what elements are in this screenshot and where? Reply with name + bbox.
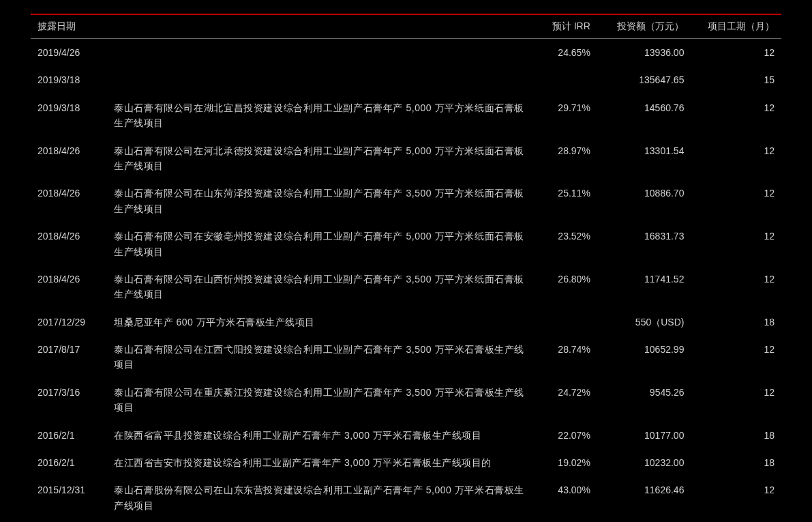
table-row: 2015/12/3144.00%8657.6412 — [31, 519, 781, 522]
cell-desc — [107, 66, 531, 93]
cell-irr: 24.72% — [531, 379, 597, 422]
table-row: 2018/4/26泰山石膏有限公司在安徽亳州投资建设综合利用工业副产石膏年产 5… — [31, 222, 781, 265]
table-row: 2018/4/26泰山石膏有限公司在河北承德投资建设综合利用工业副产石膏年产 5… — [31, 137, 781, 180]
table-header-row: 披露日期 预计 IRR 投资额（万元） 项目工期（月） — [31, 15, 781, 39]
cell-investment: 135647.65 — [597, 66, 691, 93]
cell-irr: 28.97% — [531, 137, 597, 180]
cell-date: 2015/12/31 — [31, 476, 107, 519]
table-row: 2015/12/31泰山石膏股份有限公司在山东东营投资建设综合利用工业副产石膏年… — [31, 476, 781, 519]
cell-investment: 13936.00 — [597, 39, 691, 67]
cell-desc: 泰山石膏有限公司在湖北宜昌投资建设综合利用工业副产石膏年产 5,000 万平方米… — [107, 94, 531, 137]
cell-desc: 泰山石膏有限公司在山东菏泽投资建设综合利用工业副产石膏年产 3,500 万平方米… — [107, 179, 531, 222]
table-body: 2019/4/2624.65%13936.00122019/3/18135647… — [31, 39, 781, 523]
cell-investment: 10652.99 — [597, 336, 691, 379]
cell-investment: 10177.00 — [597, 422, 691, 449]
cell-desc: 泰山石膏有限公司在江西弋阳投资建设综合利用工业副产石膏年产 3,500 万平米石… — [107, 336, 531, 379]
projects-table: 披露日期 预计 IRR 投资额（万元） 项目工期（月） 2019/4/2624.… — [31, 15, 781, 522]
cell-investment: 16831.73 — [597, 222, 691, 265]
cell-duration: 15 — [691, 66, 781, 93]
cell-desc: 泰山石膏有限公司在山西忻州投资建设综合利用工业副产石膏年产 3,500 万平方米… — [107, 265, 531, 308]
cell-investment: 10232.00 — [597, 449, 691, 476]
cell-irr: 22.07% — [531, 422, 597, 449]
cell-irr: 28.74% — [531, 336, 597, 379]
cell-investment: 550（USD) — [597, 308, 691, 336]
cell-irr: 26.80% — [531, 265, 597, 308]
header-desc — [107, 15, 531, 39]
table-row: 2016/2/1在江西省吉安市投资建设综合利用工业副产石膏年产 3,000 万平… — [31, 449, 781, 476]
cell-duration: 12 — [691, 265, 781, 308]
cell-desc: 泰山石膏股份有限公司在山东东营投资建设综合利用工业副产石膏年产 5,000 万平… — [107, 476, 531, 519]
table-row: 2017/12/29坦桑尼亚年产 600 万平方米石膏板生产线项目550（USD… — [31, 308, 781, 336]
cell-desc: 在陕西省富平县投资建设综合利用工业副产石膏年产 3,000 万平米石膏板生产线项… — [107, 422, 531, 449]
cell-irr — [531, 66, 597, 93]
table-row: 2017/8/17泰山石膏有限公司在江西弋阳投资建设综合利用工业副产石膏年产 3… — [31, 336, 781, 379]
cell-irr: 44.00% — [531, 519, 597, 522]
cell-investment: 13301.54 — [597, 137, 691, 180]
cell-irr: 24.65% — [531, 39, 597, 67]
cell-investment: 10886.70 — [597, 179, 691, 222]
table-row: 2018/4/26泰山石膏有限公司在山东菏泽投资建设综合利用工业副产石膏年产 3… — [31, 179, 781, 222]
cell-duration: 18 — [691, 422, 781, 449]
cell-irr — [531, 308, 597, 336]
cell-desc: 泰山石膏有限公司在安徽亳州投资建设综合利用工业副产石膏年产 5,000 万平方米… — [107, 222, 531, 265]
cell-date: 2018/4/26 — [31, 137, 107, 180]
table-row: 2017/3/16泰山石膏有限公司在重庆綦江投资建设综合利用工业副产石膏年产 3… — [31, 379, 781, 422]
cell-duration: 12 — [691, 39, 781, 67]
cell-irr: 19.02% — [531, 449, 597, 476]
cell-date: 2017/3/16 — [31, 379, 107, 422]
table-row: 2019/3/18泰山石膏有限公司在湖北宜昌投资建设综合利用工业副产石膏年产 5… — [31, 94, 781, 137]
header-date: 披露日期 — [31, 15, 107, 39]
cell-investment: 9545.26 — [597, 379, 691, 422]
cell-investment: 8657.64 — [597, 519, 691, 522]
cell-duration: 12 — [691, 137, 781, 180]
cell-irr: 29.71% — [531, 94, 597, 137]
cell-duration: 18 — [691, 308, 781, 336]
cell-investment: 14560.76 — [597, 94, 691, 137]
cell-irr: 23.52% — [531, 222, 597, 265]
cell-desc — [107, 39, 531, 67]
cell-irr: 43.00% — [531, 476, 597, 519]
table-row: 2016/2/1在陕西省富平县投资建设综合利用工业副产石膏年产 3,000 万平… — [31, 422, 781, 449]
cell-duration: 12 — [691, 519, 781, 522]
table-row: 2019/3/18135647.6515 — [31, 66, 781, 93]
table-row: 2018/4/26泰山石膏有限公司在山西忻州投资建设综合利用工业副产石膏年产 3… — [31, 265, 781, 308]
cell-duration: 12 — [691, 476, 781, 519]
table-row: 2019/4/2624.65%13936.0012 — [31, 39, 781, 67]
header-irr: 预计 IRR — [531, 15, 597, 39]
cell-duration: 12 — [691, 94, 781, 137]
cell-date: 2019/3/18 — [31, 66, 107, 93]
cell-date: 2017/12/29 — [31, 308, 107, 336]
cell-date: 2018/4/26 — [31, 179, 107, 222]
cell-date: 2018/4/26 — [31, 265, 107, 308]
cell-date: 2019/3/18 — [31, 94, 107, 137]
cell-duration: 12 — [691, 222, 781, 265]
cell-duration: 18 — [691, 449, 781, 476]
cell-date: 2019/4/26 — [31, 39, 107, 67]
cell-desc — [107, 519, 531, 522]
cell-irr: 25.11% — [531, 179, 597, 222]
cell-desc: 坦桑尼亚年产 600 万平方米石膏板生产线项目 — [107, 308, 531, 336]
cell-duration: 12 — [691, 379, 781, 422]
cell-date: 2018/4/26 — [31, 222, 107, 265]
cell-date: 2015/12/31 — [31, 519, 107, 522]
cell-duration: 12 — [691, 336, 781, 379]
header-duration: 项目工期（月） — [691, 15, 781, 39]
cell-desc: 泰山石膏有限公司在河北承德投资建设综合利用工业副产石膏年产 5,000 万平方米… — [107, 137, 531, 180]
projects-table-container: 披露日期 预计 IRR 投资额（万元） 项目工期（月） 2019/4/2624.… — [31, 14, 781, 522]
cell-duration: 12 — [691, 179, 781, 222]
cell-desc: 泰山石膏有限公司在重庆綦江投资建设综合利用工业副产石膏年产 3,500 万平米石… — [107, 379, 531, 422]
cell-investment: 11626.46 — [597, 476, 691, 519]
cell-desc: 在江西省吉安市投资建设综合利用工业副产石膏年产 3,000 万平米石膏板生产线项… — [107, 449, 531, 476]
cell-date: 2016/2/1 — [31, 422, 107, 449]
cell-investment: 11741.52 — [597, 265, 691, 308]
header-investment: 投资额（万元） — [597, 15, 691, 39]
cell-date: 2016/2/1 — [31, 449, 107, 476]
cell-date: 2017/8/17 — [31, 336, 107, 379]
